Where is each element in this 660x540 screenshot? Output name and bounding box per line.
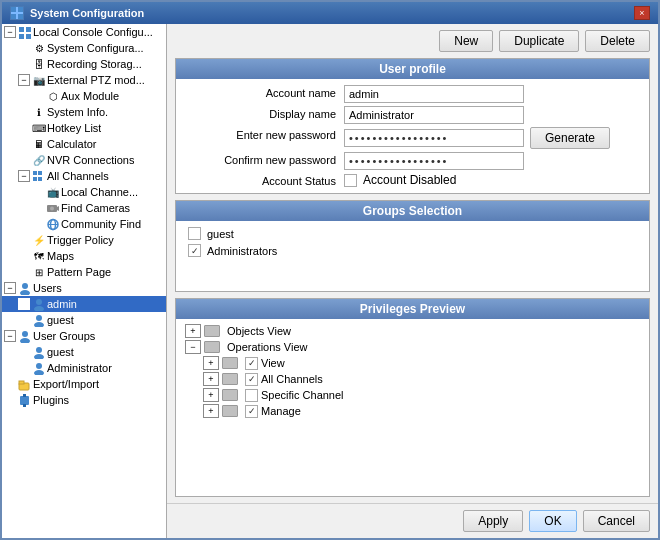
privileges-section: Privileges Preview +Objects View−Operati…: [175, 298, 650, 497]
main-panel: New Duplicate Delete User profile Accoun…: [167, 24, 658, 503]
group-checkbox-0[interactable]: [188, 227, 201, 240]
sidebar-label-maps: Maps: [47, 250, 74, 262]
sidebar-item-hotkey-list[interactable]: ⌨Hotkey List: [2, 120, 166, 136]
camera-icon: [45, 201, 61, 215]
users-icon: [17, 281, 33, 295]
sidebar-item-aux-module[interactable]: ⬡Aux Module: [2, 88, 166, 104]
priv-item-3: +All Channels: [182, 371, 643, 387]
priv-expander-0[interactable]: +: [185, 324, 201, 338]
privileges-header: Privileges Preview: [176, 299, 649, 319]
sidebar-item-external-ptz[interactable]: 📷External PTZ mod...: [2, 72, 166, 88]
sidebar-item-system-info[interactable]: ℹSystem Info.: [2, 104, 166, 120]
expander-local-console[interactable]: [4, 26, 16, 38]
pattern-icon: ⊞: [31, 265, 47, 279]
groups-section: Groups Selection guestAdministrators: [175, 200, 650, 292]
sidebar-item-maps[interactable]: 🗺Maps: [2, 248, 166, 264]
priv-checkbox-3[interactable]: [245, 373, 258, 386]
display-name-input[interactable]: [344, 106, 524, 124]
aux-icon: ⬡: [45, 89, 61, 103]
priv-checkbox-4[interactable]: [245, 389, 258, 402]
delete-button[interactable]: Delete: [585, 30, 650, 52]
account-disabled-checkbox[interactable]: [344, 174, 357, 187]
sidebar-item-recording-storage[interactable]: 🗄Recording Storag...: [2, 56, 166, 72]
account-disabled-label: Account Disabled: [363, 173, 456, 187]
sidebar-item-find-cameras[interactable]: Find Cameras: [2, 200, 166, 216]
window-title: System Configuration: [30, 7, 144, 19]
sidebar-item-nvr-connections[interactable]: 🔗NVR Connections: [2, 152, 166, 168]
sidebar-item-local-console[interactable]: Local Console Configu...: [2, 24, 166, 40]
sidebar-item-guest-group[interactable]: guest: [2, 344, 166, 360]
groups-header: Groups Selection: [176, 201, 649, 221]
new-password-value: Generate: [344, 127, 641, 149]
sidebar-item-calculator[interactable]: 🖩Calculator: [2, 136, 166, 152]
close-button[interactable]: ×: [634, 6, 650, 20]
new-button[interactable]: New: [439, 30, 493, 52]
sidebar-label-community-find: Community Find: [61, 218, 141, 230]
sidebar-label-system-info: System Info.: [47, 106, 108, 118]
sidebar-label-admin: admin: [47, 298, 77, 310]
trigger-icon: ⚡: [31, 233, 47, 247]
svg-point-28: [36, 363, 42, 369]
priv-expander-5[interactable]: +: [203, 404, 219, 418]
expander-user-groups[interactable]: [4, 330, 16, 342]
ok-button[interactable]: OK: [529, 510, 576, 532]
duplicate-button[interactable]: Duplicate: [499, 30, 579, 52]
svg-rect-10: [33, 177, 37, 181]
sidebar-item-plugins[interactable]: Plugins: [2, 392, 166, 408]
expander-all-channels[interactable]: [18, 170, 30, 182]
expander-external-ptz[interactable]: [18, 74, 30, 86]
sidebar-item-community-find[interactable]: Community Find: [2, 216, 166, 232]
cancel-button[interactable]: Cancel: [583, 510, 650, 532]
sidebar-item-pattern-page[interactable]: ⊞Pattern Page: [2, 264, 166, 280]
sidebar-item-user-groups[interactable]: User Groups: [2, 328, 166, 344]
sidebar-item-admin[interactable]: admin: [2, 296, 166, 312]
sidebar-item-local-channels[interactable]: 📺Local Channe...: [2, 184, 166, 200]
sidebar-label-guest-user: guest: [47, 314, 74, 326]
group-checkbox-1[interactable]: [188, 244, 201, 257]
sidebar-item-trigger-policy[interactable]: ⚡Trigger Policy: [2, 232, 166, 248]
folder-icon-2: [222, 357, 238, 369]
svg-rect-33: [23, 394, 26, 397]
user-icon: [31, 313, 47, 327]
sidebar-label-trigger-policy: Trigger Policy: [47, 234, 114, 246]
sidebar-label-hotkey-list: Hotkey List: [47, 122, 101, 134]
gear-icon: ⚙: [31, 41, 47, 55]
new-password-input[interactable]: [344, 129, 524, 147]
sidebar: Local Console Configu...⚙System Configur…: [2, 24, 167, 538]
sidebar-item-system-config[interactable]: ⚙System Configura...: [2, 40, 166, 56]
svg-rect-9: [38, 171, 42, 175]
sidebar-item-guest-user[interactable]: guest: [2, 312, 166, 328]
folder-icon-0: [204, 325, 220, 337]
priv-expander-2[interactable]: +: [203, 356, 219, 370]
apply-button[interactable]: Apply: [463, 510, 523, 532]
toolbar: New Duplicate Delete: [175, 30, 650, 52]
confirm-password-input[interactable]: [344, 152, 524, 170]
community-icon: [45, 217, 61, 231]
priv-checkbox-2[interactable]: [245, 357, 258, 370]
svg-marker-13: [57, 206, 59, 211]
svg-rect-11: [38, 177, 42, 181]
priv-label-1: Operations View: [227, 341, 308, 353]
expander-users[interactable]: [4, 282, 16, 294]
priv-expander-1[interactable]: −: [185, 340, 201, 354]
generate-button[interactable]: Generate: [530, 127, 610, 149]
account-name-label: Account name: [184, 85, 344, 103]
info-icon: ℹ: [31, 105, 47, 119]
sidebar-label-plugins: Plugins: [33, 394, 69, 406]
priv-expander-3[interactable]: +: [203, 372, 219, 386]
svg-rect-3: [18, 14, 23, 19]
calc-icon: 🖩: [31, 137, 47, 151]
account-name-input[interactable]: [344, 85, 524, 103]
priv-expander-4[interactable]: +: [203, 388, 219, 402]
sidebar-item-users[interactable]: Users: [2, 280, 166, 296]
priv-checkbox-5[interactable]: [245, 405, 258, 418]
svg-rect-8: [33, 171, 37, 175]
confirm-password-label: Confirm new password: [184, 152, 344, 170]
channels-icon: [31, 169, 47, 183]
nvr-icon: 🔗: [31, 153, 47, 167]
sidebar-item-export-import[interactable]: Export/Import: [2, 376, 166, 392]
sidebar-item-administrator-group[interactable]: Administrator: [2, 360, 166, 376]
groups-content: guestAdministrators: [176, 221, 649, 291]
svg-rect-2: [11, 14, 16, 19]
sidebar-item-all-channels[interactable]: All Channels: [2, 168, 166, 184]
